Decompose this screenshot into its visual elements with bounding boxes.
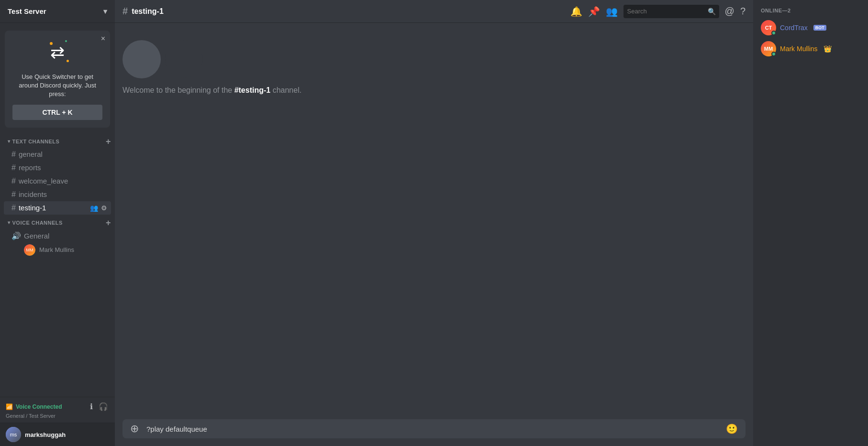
speaker-icon: 🔊 bbox=[11, 231, 21, 240]
close-icon[interactable]: × bbox=[101, 34, 105, 43]
search-icon: 🔍 bbox=[708, 8, 716, 15]
mention-icon[interactable]: @ bbox=[725, 6, 734, 17]
add-channel-icon[interactable]: + bbox=[106, 137, 111, 146]
voice-connected-bar: 📶 Voice Connected ℹ 🎧 General / Test Ser… bbox=[0, 397, 115, 423]
voice-connected-label: Voice Connected bbox=[16, 403, 62, 410]
welcome-avatar-1 bbox=[122, 40, 161, 78]
text-channels-section: ▾ TEXT CHANNELS + # general # reports # … bbox=[0, 135, 115, 215]
owner-badge-icon: 👑 bbox=[823, 45, 832, 53]
channel-name: testing-1 bbox=[19, 204, 90, 212]
voice-connected-actions: ℹ 🎧 bbox=[89, 401, 109, 412]
chat-input-wrapper: ⊕ 🙂 bbox=[122, 419, 746, 438]
welcome-text-after: channel. bbox=[270, 86, 301, 94]
quick-switcher-shortcut-button[interactable]: CTRL + K bbox=[12, 105, 102, 120]
main-content: # testing-1 🔔 📌 👥 🔍 @ ? Welcome to the b… bbox=[115, 0, 753, 446]
voice-connected-subtext: General / Test Server bbox=[6, 413, 109, 419]
member-item-cordtrax[interactable]: CT CordTrax BOT bbox=[757, 17, 864, 38]
channel-item-general[interactable]: # general bbox=[4, 148, 111, 161]
online-count-header: ONLINE—2 bbox=[757, 8, 864, 13]
user-info: markshuggah bbox=[25, 431, 109, 438]
chat-input[interactable] bbox=[143, 420, 722, 438]
members-sidebar: ONLINE—2 CT CordTrax BOT MM Mark Mullins… bbox=[753, 0, 868, 446]
voice-channels-section: ▾ VOICE CHANNELS + 🔊 General MM Mark Mul… bbox=[0, 217, 115, 257]
search-input[interactable] bbox=[627, 8, 708, 15]
user-avatar-image: ms bbox=[6, 427, 21, 442]
voice-channels-header[interactable]: ▾ VOICE CHANNELS + bbox=[0, 217, 115, 229]
collapse-icon: ▾ bbox=[8, 139, 11, 144]
welcome-text-before: Welcome to the beginning of the bbox=[122, 86, 234, 94]
emoji-button[interactable]: 🙂 bbox=[722, 419, 742, 438]
channel-header-name: testing-1 bbox=[132, 7, 164, 16]
sidebar: Test Server ▾ × ⇄ Use Quick Switcher to … bbox=[0, 0, 115, 446]
voice-member-name: Mark Mullins bbox=[39, 246, 74, 253]
member-item-mark-mullins[interactable]: MM Mark Mullins 👑 bbox=[757, 38, 864, 59]
hash-icon: # bbox=[11, 204, 16, 212]
server-name: Test Server bbox=[8, 7, 46, 15]
quick-switcher-popup: × ⇄ Use Quick Switcher to get around Dis… bbox=[5, 31, 110, 128]
add-voice-channel-icon[interactable]: + bbox=[106, 218, 111, 227]
quick-switcher-icon: ⇄ bbox=[43, 38, 72, 67]
quick-switcher-description: Use Quick Switcher to get around Discord… bbox=[12, 73, 102, 99]
channel-name: reports bbox=[19, 163, 107, 172]
dot-decoration bbox=[67, 60, 69, 62]
member-name-cordtrax: CordTrax bbox=[780, 24, 808, 32]
arrows-icon: ⇄ bbox=[50, 43, 65, 63]
chat-header: # testing-1 🔔 📌 👥 🔍 @ ? bbox=[115, 0, 753, 23]
voice-connected-top: 📶 Voice Connected ℹ 🎧 bbox=[6, 401, 109, 412]
text-channels-header[interactable]: ▾ TEXT CHANNELS + bbox=[0, 135, 115, 148]
voice-member-mark[interactable]: MM Mark Mullins bbox=[4, 243, 111, 257]
channel-name: incidents bbox=[19, 190, 107, 198]
hash-icon: # bbox=[11, 163, 16, 172]
voice-bars-icon: 📶 bbox=[6, 403, 13, 410]
settings-icon[interactable]: ⚙ bbox=[101, 204, 107, 212]
member-avatar-mark: MM bbox=[761, 41, 776, 56]
channel-item-incidents[interactable]: # incidents bbox=[4, 188, 111, 201]
member-name-mark: Mark Mullins bbox=[780, 45, 818, 53]
members-icon[interactable]: 👥 bbox=[606, 6, 618, 17]
online-indicator bbox=[771, 31, 776, 35]
text-channels-label: TEXT CHANNELS bbox=[12, 139, 60, 144]
channel-hash-icon: # bbox=[122, 6, 128, 17]
server-header[interactable]: Test Server ▾ bbox=[0, 0, 115, 23]
search-box[interactable]: 🔍 bbox=[623, 5, 719, 18]
channel-name: welcome_leave bbox=[19, 177, 107, 185]
add-member-icon[interactable]: 👥 bbox=[90, 204, 98, 212]
voice-channel-general[interactable]: 🔊 General bbox=[4, 229, 111, 243]
voice-connected-status: 📶 Voice Connected bbox=[6, 403, 62, 410]
help-icon[interactable]: ? bbox=[740, 6, 746, 17]
hash-icon: # bbox=[11, 190, 16, 199]
welcome-avatars bbox=[122, 40, 203, 78]
welcome-channel-name: #testing-1 bbox=[234, 86, 271, 94]
channel-actions: 👥 ⚙ bbox=[90, 204, 107, 212]
channel-item-welcome-leave[interactable]: # welcome_leave bbox=[4, 174, 111, 188]
voice-channels-label: VOICE CHANNELS bbox=[12, 220, 63, 226]
chat-input-area: ⊕ 🙂 bbox=[115, 415, 753, 446]
online-indicator bbox=[771, 52, 776, 56]
user-avatar: ms bbox=[6, 427, 21, 442]
bookmark-icon[interactable]: 📌 bbox=[588, 6, 600, 17]
voice-disconnect-button[interactable]: 🎧 bbox=[98, 401, 109, 412]
channel-item-reports[interactable]: # reports bbox=[4, 161, 111, 174]
channel-item-testing-1[interactable]: # testing-1 👥 ⚙ bbox=[4, 201, 111, 215]
hash-icon: # bbox=[11, 150, 16, 159]
voice-info-button[interactable]: ℹ bbox=[89, 401, 94, 412]
hash-icon: # bbox=[11, 177, 16, 185]
bot-badge: BOT bbox=[813, 25, 826, 31]
username: markshuggah bbox=[25, 431, 109, 438]
collapse-icon: ▾ bbox=[8, 220, 11, 225]
dot-decoration bbox=[65, 40, 67, 42]
sidebar-content: × ⇄ Use Quick Switcher to get around Dis… bbox=[0, 23, 115, 397]
dot-decoration bbox=[50, 42, 53, 45]
add-attachment-button[interactable]: ⊕ bbox=[126, 420, 143, 438]
notifications-icon[interactable]: 🔔 bbox=[570, 6, 582, 17]
welcome-avatar-2 bbox=[165, 40, 203, 78]
header-right: 🔔 📌 👥 🔍 @ ? bbox=[570, 5, 746, 18]
server-chevron-icon: ▾ bbox=[103, 7, 107, 16]
avatar-image: MM bbox=[24, 244, 35, 256]
member-avatar-cordtrax: CT bbox=[761, 20, 776, 35]
voice-member-avatar: MM bbox=[24, 244, 35, 256]
channel-name: general bbox=[19, 150, 107, 158]
chat-messages: Welcome to the beginning of the #testing… bbox=[115, 23, 753, 415]
voice-channel-name: General bbox=[24, 232, 49, 240]
user-area: ms markshuggah bbox=[0, 423, 115, 446]
